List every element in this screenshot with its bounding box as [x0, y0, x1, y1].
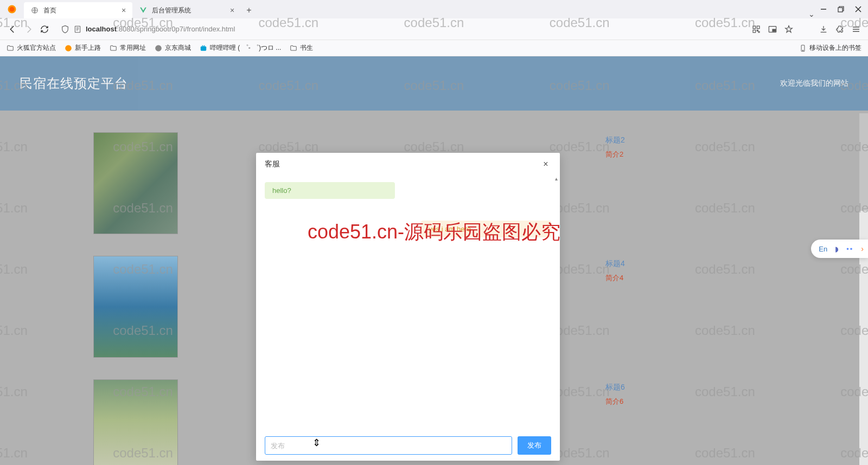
qr-icon[interactable]: [752, 25, 761, 34]
tab-title: 首页: [43, 6, 119, 15]
back-icon[interactable]: [8, 24, 17, 34]
bookmark-bilibili[interactable]: 哔哩哔哩 ( ゜- ゜)つロ ...: [200, 43, 281, 53]
bookmark-firefox-official[interactable]: 火狐官方站点: [7, 43, 56, 53]
jd-icon: [155, 44, 162, 52]
folder-icon: [7, 44, 14, 52]
more-icon[interactable]: ••: [846, 245, 853, 253]
tabs-dropdown-icon[interactable]: ⌄: [803, 10, 820, 18]
bookmark-shusheng[interactable]: 书生: [290, 43, 313, 53]
svg-point-1: [10, 7, 15, 12]
tab-title: 后台管理系统: [152, 6, 228, 15]
firefox-app-icon: [4, 2, 20, 17]
listing-subtitle: 简介6: [605, 397, 625, 406]
address-bar: localhost:8080/springbootr0p7i/front/ind…: [0, 18, 868, 40]
page-icon: [74, 25, 81, 33]
close-window-icon[interactable]: [855, 6, 861, 12]
tab-admin[interactable]: 后台管理系统 ×: [132, 2, 241, 18]
tab-strip: 首页 × 后台管理系统 × +: [24, 2, 803, 18]
svg-rect-4: [75, 26, 80, 33]
listing-subtitle: 简介4: [605, 273, 625, 283]
svg-rect-6: [757, 26, 760, 29]
listing-title: 标题6: [605, 383, 625, 392]
chevron-right-icon[interactable]: ›: [861, 244, 864, 253]
chat-dialog: 客服 × hello? yes,i am here ▴ 发布: [256, 153, 560, 461]
svg-rect-3: [838, 8, 843, 12]
chat-input[interactable]: [265, 436, 512, 455]
nav-controls: [4, 24, 52, 34]
chat-body[interactable]: hello? yes,i am here: [256, 176, 560, 430]
extensions-icon[interactable]: [835, 25, 844, 34]
chat-footer: 发布: [256, 430, 560, 461]
watermark-main: code51.cn-源码乐园盗图必究: [0, 219, 868, 246]
page-viewport: 民宿在线预定平台 欢迎光临我们的网站 标题2 简介2 标题4 简: [0, 56, 868, 465]
pip-icon[interactable]: [768, 25, 777, 34]
chat-message-incoming: hello?: [265, 182, 395, 199]
svg-point-11: [155, 45, 162, 51]
globe-icon: [30, 6, 39, 15]
page-scrollbar[interactable]: [859, 113, 868, 465]
firefox-icon: [65, 44, 72, 52]
tab-homepage[interactable]: 首页 ×: [24, 2, 132, 18]
reload-icon[interactable]: [40, 25, 49, 34]
folder-icon: [110, 44, 117, 52]
listing-subtitle: 简介2: [605, 150, 625, 159]
scroll-up-icon[interactable]: ▴: [552, 176, 560, 183]
window-controls: [820, 6, 868, 12]
close-icon[interactable]: ×: [540, 159, 551, 170]
mobile-icon: [799, 44, 807, 52]
scrollbar-thumb[interactable]: [859, 113, 868, 211]
dialog-title: 客服: [265, 159, 280, 169]
menu-icon[interactable]: [852, 25, 860, 34]
bookmark-mobile[interactable]: 移动设备上的书签: [799, 43, 861, 53]
vue-icon: [139, 6, 148, 15]
svg-rect-5: [753, 26, 756, 29]
svg-rect-12: [201, 46, 207, 50]
bookmark-jd[interactable]: 京东商城: [155, 43, 191, 53]
svg-point-10: [65, 45, 72, 51]
svg-rect-7: [753, 30, 756, 33]
listing-thumbnail: [93, 379, 178, 465]
welcome-text: 欢迎光临我们的网站: [780, 79, 848, 88]
listing-title: 标题4: [605, 259, 625, 269]
addrbar-actions: [752, 25, 864, 34]
moon-icon[interactable]: ◗: [835, 245, 839, 253]
listing-title: 标题2: [605, 135, 625, 145]
site-header: 民宿在线预定平台 欢迎光临我们的网站: [0, 56, 868, 111]
bookmarks-bar: 火狐官方站点 新手上路 常用网址 京东商城 哔哩哔哩 ( ゜- ゜)つロ ...…: [0, 40, 868, 56]
bookmark-common-urls[interactable]: 常用网址: [110, 43, 146, 53]
dialog-header: 客服 ×: [256, 153, 560, 176]
svg-rect-9: [773, 29, 775, 31]
dialog-scrollbar[interactable]: ▴: [552, 176, 560, 430]
floating-toolbar[interactable]: En ◗ •• ›: [811, 240, 868, 258]
listing-thumbnail: [93, 256, 178, 358]
minimize-icon[interactable]: [820, 6, 827, 12]
download-icon[interactable]: [819, 25, 828, 34]
star-icon[interactable]: [784, 25, 793, 34]
close-icon[interactable]: ×: [119, 6, 128, 15]
bilibili-icon: [200, 44, 207, 52]
send-button[interactable]: 发布: [518, 436, 551, 455]
new-tab-button[interactable]: +: [241, 2, 257, 18]
shield-icon[interactable]: [61, 25, 69, 34]
language-toggle[interactable]: En: [819, 245, 827, 253]
svg-point-14: [802, 50, 803, 50]
close-icon[interactable]: ×: [228, 6, 237, 15]
folder-icon: [290, 44, 297, 52]
bookmark-newbie[interactable]: 新手上路: [65, 43, 101, 53]
url-host: localhost:8080/springbootr0p7i/front/ind…: [86, 25, 235, 33]
maximize-icon[interactable]: [838, 6, 844, 12]
browser-titlebar: 首页 × 后台管理系统 × + ⌄: [0, 0, 868, 18]
site-brand: 民宿在线预定平台: [20, 75, 128, 92]
forward-icon[interactable]: [24, 24, 34, 34]
url-box[interactable]: localhost:8080/springbootr0p7i/front/ind…: [58, 21, 746, 37]
